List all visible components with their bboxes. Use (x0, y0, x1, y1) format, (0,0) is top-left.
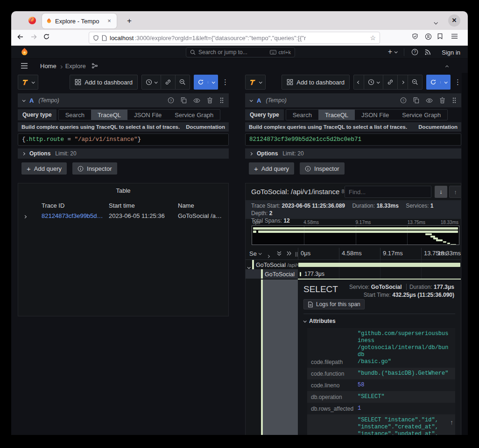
shift-time-back-button[interactable] (354, 75, 364, 89)
inspector-button[interactable]: Inspector (72, 162, 117, 175)
query-options-row-right[interactable]: Options Limit: 20 (245, 148, 461, 159)
run-query-chevron[interactable] (208, 81, 218, 84)
drag-handle-icon[interactable] (219, 97, 224, 104)
collapse-all-icon[interactable] (276, 250, 282, 257)
documentation-link-right[interactable]: Documentation (418, 124, 458, 130)
datasource-picker[interactable] (18, 75, 38, 90)
reload-icon[interactable] (43, 33, 52, 42)
span-bar-root[interactable] (298, 263, 460, 267)
news-rss-icon[interactable] (424, 49, 431, 56)
firefox-logo-icon[interactable] (28, 16, 36, 25)
add-query-button-right[interactable]: +Add query (249, 162, 294, 175)
link-split-button-right[interactable] (383, 75, 398, 89)
query-options-row[interactable]: Options Limit: 20 (18, 148, 229, 159)
share-icon[interactable] (92, 63, 98, 69)
new-tab-button[interactable]: + (123, 15, 135, 27)
span-bar-track-child[interactable]: 177.3μs (298, 269, 461, 279)
save-to-pocket-icon[interactable] (437, 33, 446, 42)
query-help-icon-right[interactable]: ? (400, 97, 407, 104)
attributes-chevron-icon[interactable] (303, 319, 307, 322)
column-header-name[interactable]: Name (178, 202, 194, 209)
account-icon[interactable] (425, 33, 434, 42)
run-query-chevron-right[interactable] (440, 81, 451, 84)
time-range-button-right[interactable] (364, 75, 383, 89)
new-menu-button[interactable]: + (388, 49, 397, 55)
page-scrollbar[interactable] (462, 73, 468, 435)
query-row-header[interactable]: A (Tempo) ? (18, 93, 229, 107)
list-tabs-chevron-icon[interactable] (434, 18, 437, 26)
breadcrumb-explore[interactable]: Explore (65, 63, 86, 70)
bookmark-star-icon[interactable]: ☆ (370, 34, 376, 42)
time-range-button[interactable] (142, 75, 161, 89)
breadcrumb-home[interactable]: Home (40, 63, 56, 70)
scroll-to-top-icon[interactable]: ↑ (450, 419, 453, 426)
find-input[interactable]: Find... (345, 186, 431, 198)
find-next-button[interactable]: ↓ (435, 186, 447, 198)
page-info-icon[interactable] (102, 35, 107, 41)
tab-service-graph-right[interactable]: Service Graph (395, 110, 447, 120)
pane-kebab-menu-icon-right[interactable]: ⋮ (454, 78, 461, 86)
duplicate-query-icon-right[interactable] (413, 97, 419, 104)
zoom-out-button[interactable] (176, 75, 190, 89)
documentation-link[interactable]: Documentation (186, 124, 225, 130)
expand-all-icon[interactable] (286, 251, 292, 256)
service-operation-dropdown[interactable]: Se (249, 250, 261, 257)
span-row-select[interactable]: GoToSocial 177.3μs (246, 269, 461, 279)
mega-menu-hamburger-icon[interactable] (21, 63, 28, 69)
column-header-start-time[interactable]: Start time (109, 202, 135, 209)
duplicate-query-icon[interactable] (181, 97, 187, 104)
window-close-button[interactable]: ✕ (448, 14, 460, 27)
menu-hamburger-icon[interactable] (451, 33, 460, 42)
site-security-shield-icon[interactable] (93, 35, 99, 41)
drag-handle-icon-right[interactable] (452, 97, 457, 104)
trace-minimap[interactable]: 0μs 4.58ms 9.17ms 13.75ms 18.33ms (252, 220, 459, 245)
datasource-picker-right[interactable] (245, 75, 266, 90)
minimap-canvas[interactable] (252, 225, 459, 245)
logs-for-span-button[interactable]: Logs for this span (303, 299, 365, 309)
tab-service-graph[interactable]: Service Graph (168, 110, 220, 120)
span-bar-child[interactable] (300, 272, 301, 276)
run-query-button-right[interactable] (426, 75, 451, 90)
tab-search[interactable]: Search (59, 110, 91, 120)
run-query-button[interactable] (194, 75, 218, 90)
tab-traceql-right[interactable]: TraceQL (318, 110, 355, 120)
grafana-logo-icon[interactable] (20, 47, 29, 57)
tab-traceql[interactable]: TraceQL (91, 110, 127, 120)
zoom-out-button-right[interactable] (408, 75, 422, 89)
tab-search-right[interactable]: Search (286, 110, 318, 120)
query-row-header-right[interactable]: A (Tempo) ? (245, 93, 461, 107)
remove-query-trash-icon-right[interactable] (439, 97, 445, 104)
find-prev-button[interactable]: ↑ (449, 186, 461, 198)
query-help-icon[interactable]: ? (168, 97, 174, 104)
tab-close-icon[interactable]: × (106, 17, 113, 25)
options-expand-chevron-icon-right[interactable] (249, 152, 253, 155)
trace-id-link[interactable]: 82124873cf3e99b5d2e1cc5d2bc0eb71 (42, 212, 106, 219)
inspector-button-right[interactable]: Inspector (300, 162, 344, 175)
remove-query-trash-icon[interactable] (207, 97, 213, 104)
traceql-query-input[interactable]: {.http.route = "/api/v1/instance"} (18, 133, 229, 146)
table-panel-title[interactable]: Table (18, 187, 228, 194)
url-field[interactable]: localhost:3000/explore?orgId=1&left={"da… (89, 32, 380, 44)
add-query-button[interactable]: +Add query (21, 162, 67, 175)
tracking-shield-icon[interactable] (412, 33, 421, 42)
back-icon[interactable] (17, 33, 26, 42)
shift-time-forward-button[interactable] (398, 75, 408, 89)
add-to-dashboard-button[interactable]: Add to dashboard (70, 75, 138, 90)
add-to-dashboard-button-right[interactable]: Add to dashboard (282, 75, 350, 90)
row-expand-chevron-icon[interactable] (24, 212, 26, 219)
collapse-header-chevron-icon[interactable] (446, 63, 448, 70)
span-bar-track[interactable] (298, 260, 461, 269)
disable-query-eye-icon[interactable] (193, 98, 200, 104)
search-input[interactable]: Search or jump to... ctrl+k (186, 47, 295, 57)
help-icon[interactable]: ? (411, 49, 418, 56)
browser-tab[interactable]: Explore - Tempo × (42, 14, 117, 28)
disable-query-eye-icon-right[interactable] (426, 98, 433, 104)
expand-row-chevron-icon[interactable] (267, 252, 269, 259)
link-split-button[interactable] (161, 75, 176, 89)
collapse-query-chevron-icon[interactable] (22, 98, 26, 102)
span-collapse-chevron-icon[interactable] (247, 263, 250, 269)
collapse-query-chevron-icon-right[interactable] (250, 98, 253, 102)
attributes-section-header[interactable]: Attributes (303, 318, 455, 324)
span-row-root[interactable]: GoToSocial /api/v1/instance (246, 260, 461, 269)
pane-kebab-menu-icon[interactable]: ⋮ (222, 78, 229, 86)
